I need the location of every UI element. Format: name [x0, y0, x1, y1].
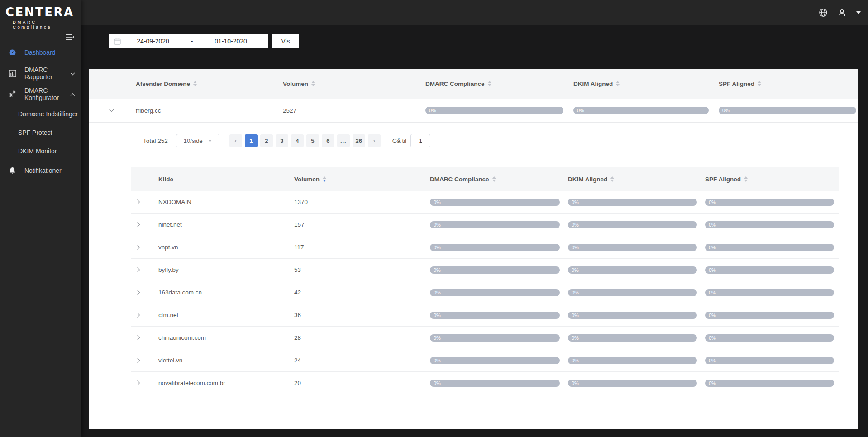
source-cell: hinet.net	[158, 221, 294, 228]
column-header-volumen[interactable]: Volumen	[294, 176, 430, 183]
chevron-right-icon[interactable]	[137, 335, 158, 341]
page-button-3[interactable]: 3	[276, 134, 288, 147]
sidebar-item-dmarc-rapporter[interactable]: DMARC Rapporter	[0, 63, 81, 84]
chevron-up-icon	[70, 90, 75, 98]
pagination: Total 252 10/side ‹ 1 2 3 4 5 6 ... 26 ›…	[143, 134, 858, 147]
date-separator: -	[185, 38, 199, 45]
dmarc-progress-bar: 0%	[430, 244, 560, 251]
goto-page-label: Gå til	[392, 138, 407, 144]
date-from-input[interactable]: 24-09-2020	[121, 38, 185, 45]
page-button-2[interactable]: 2	[260, 134, 273, 147]
volume-cell: 1370	[294, 199, 430, 205]
date-range-picker[interactable]: 24-09-2020 - 01-10-2020	[109, 34, 268, 48]
globe-icon[interactable]	[819, 8, 828, 17]
volume-cell: 53	[294, 266, 430, 273]
sort-icon[interactable]	[193, 81, 197, 86]
volume-cell: 157	[294, 221, 430, 228]
caret-down-icon[interactable]	[856, 11, 861, 14]
dmarc-progress-bar: 0%	[430, 221, 560, 228]
column-header-spf-aligned[interactable]: SPF Aligned	[719, 81, 858, 87]
chevron-right-icon[interactable]	[137, 357, 158, 363]
chevron-right-icon[interactable]	[137, 199, 158, 205]
sidebar-item-label: DMARC Konfigurator	[24, 87, 70, 101]
column-header-dkim-aligned[interactable]: DKIM Aligned	[573, 81, 719, 87]
sidebar-subitem-label: DKIM Monitor	[18, 147, 57, 155]
page-button-5[interactable]: 5	[306, 134, 319, 147]
sort-icon[interactable]	[311, 81, 315, 86]
chevron-down-icon[interactable]	[109, 109, 136, 113]
column-header-dkim-aligned[interactable]: DKIM Aligned	[568, 176, 705, 183]
sidebar-item-dmarc-konfigurator[interactable]: DMARC Konfigurator	[0, 84, 81, 104]
spf-progress-bar: 0%	[705, 334, 834, 342]
dkim-progress-bar: 0%	[568, 312, 697, 319]
chevron-right-icon[interactable]	[137, 380, 158, 386]
menu-fold-icon[interactable]	[66, 34, 74, 40]
chevron-right-icon[interactable]	[137, 312, 158, 318]
volume-cell: 36	[294, 312, 430, 318]
sort-icon[interactable]	[492, 176, 496, 182]
sidebar-item-dashboard[interactable]: Dashboard	[0, 42, 81, 63]
sidebar-subitem-domaene-indstillinger[interactable]: Domæne Indstillinger	[0, 104, 81, 123]
source-cell: ctm.net	[158, 312, 294, 318]
chevron-down-icon	[208, 140, 212, 142]
chevron-right-icon[interactable]	[137, 222, 158, 228]
column-header-afsender-domaene[interactable]: Afsender Domæne	[136, 81, 283, 87]
page-button-26[interactable]: 26	[353, 134, 365, 147]
calendar-icon	[114, 38, 121, 45]
sort-icon[interactable]	[758, 81, 761, 86]
vis-button[interactable]: Vis	[272, 34, 299, 48]
column-header-dmarc-compliance[interactable]: DMARC Compliance	[425, 81, 573, 87]
sidebar-subitem-label: SPF Protect	[18, 129, 52, 136]
sources-table: Kilde Volumen DMARC Compliance DKIM Alig…	[131, 167, 839, 394]
dmarc-progress-bar: 0%	[425, 107, 563, 114]
sort-icon[interactable]	[610, 176, 614, 182]
source-cell: NXDOMAIN	[158, 199, 294, 205]
content-panel: Afsender Domæne Volumen DMARC Compliance…	[89, 69, 858, 429]
volume-cell: 42	[294, 289, 430, 296]
brand-logo: CENTERA DMARC Compliance	[0, 0, 81, 29]
goto-page-input[interactable]	[410, 134, 430, 147]
dkim-progress-bar: 0%	[573, 107, 709, 114]
page-button-6[interactable]: 6	[322, 134, 334, 147]
page-button-4[interactable]: 4	[291, 134, 304, 147]
chevron-right-icon[interactable]	[137, 244, 158, 250]
volume-cell: 117	[294, 244, 430, 251]
table-row: vnpt.vn 117 0% 0% 0%	[131, 236, 839, 259]
spf-progress-bar: 0%	[719, 107, 856, 114]
chevron-right-icon[interactable]	[137, 290, 158, 295]
sort-icon[interactable]	[616, 81, 620, 86]
brand-name: CENTERA	[5, 5, 77, 19]
table-row: hinet.net 157 0% 0% 0%	[131, 214, 839, 236]
user-icon[interactable]	[838, 9, 846, 17]
table-row: 163data.com.cn 42 0% 0% 0%	[131, 281, 839, 304]
pages-ellipsis-button[interactable]: ...	[337, 134, 350, 147]
spf-progress-bar: 0%	[705, 357, 834, 364]
dmarc-progress-bar: 0%	[430, 334, 560, 342]
sort-icon-active-desc[interactable]	[323, 176, 326, 182]
sidebar-subitem-dkim-monitor[interactable]: DKIM Monitor	[0, 142, 81, 160]
spf-progress-bar: 0%	[705, 244, 834, 251]
date-to-input[interactable]: 01-10-2020	[199, 38, 263, 45]
dmarc-progress-bar: 0%	[430, 289, 560, 296]
column-header-volumen[interactable]: Volumen	[283, 81, 425, 87]
source-cell: byfly.by	[158, 266, 294, 273]
source-cell: viettel.vn	[158, 357, 294, 364]
table-row: byfly.by 53 0% 0% 0%	[131, 259, 839, 281]
page-size-select[interactable]: 10/side	[176, 134, 219, 147]
dmarc-progress-bar: 0%	[430, 266, 560, 274]
sidebar-subitem-spf-protect[interactable]: SPF Protect	[0, 123, 81, 142]
bell-icon	[8, 166, 16, 175]
sort-icon[interactable]	[744, 176, 748, 182]
sidebar-item-notifikationer[interactable]: Notifikationer	[0, 160, 81, 181]
prev-page-button[interactable]: ‹	[229, 134, 242, 147]
volume-cell: 28	[294, 334, 430, 341]
sort-icon[interactable]	[488, 81, 491, 86]
dkim-progress-bar: 0%	[568, 289, 697, 296]
dmarc-progress-bar: 0%	[430, 380, 560, 387]
sidebar-item-label: DMARC Rapporter	[24, 66, 70, 81]
column-header-dmarc-compliance[interactable]: DMARC Compliance	[430, 176, 568, 183]
next-page-button[interactable]: ›	[368, 134, 381, 147]
column-header-spf-aligned[interactable]: SPF Aligned	[705, 176, 839, 183]
chevron-right-icon[interactable]	[137, 267, 158, 273]
page-button-1[interactable]: 1	[245, 134, 258, 147]
